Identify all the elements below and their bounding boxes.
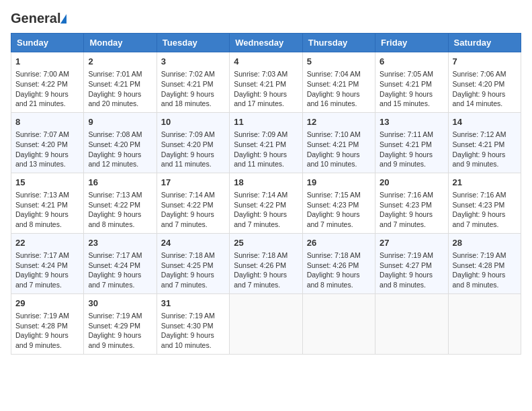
sunrise-label: Sunrise: 7:06 AM: [453, 70, 506, 78]
calendar-table: SundayMondayTuesdayWednesdayThursdayFrid…: [11, 33, 521, 355]
day-number: 6: [380, 56, 443, 68]
calendar-cell: 9 Sunrise: 7:08 AM Sunset: 4:20 PM Dayli…: [84, 112, 157, 173]
calendar-header-row: SundayMondayTuesdayWednesdayThursdayFrid…: [11, 34, 521, 52]
sunrise-label: Sunrise: 7:01 AM: [88, 70, 142, 78]
sunrise-label: Sunrise: 7:13 AM: [88, 191, 142, 199]
sunrise-label: Sunrise: 7:19 AM: [380, 251, 433, 259]
daylight-label: Daylight: 9 hours and 17 minutes.: [234, 90, 287, 108]
calendar-cell: [375, 293, 448, 354]
day-number: 27: [380, 237, 443, 249]
day-number: 12: [307, 116, 371, 128]
day-header-wednesday: Wednesday: [230, 34, 302, 52]
day-number: 21: [453, 177, 517, 189]
sunrise-label: Sunrise: 7:00 AM: [15, 70, 69, 78]
sunset-label: Sunset: 4:21 PM: [453, 140, 505, 148]
logo-general-text: General: [11, 11, 60, 26]
page-header: General: [11, 11, 521, 26]
calendar-cell: 15 Sunrise: 7:13 AM Sunset: 4:21 PM Dayl…: [11, 173, 84, 233]
daylight-label: Daylight: 9 hours and 7 minutes.: [15, 271, 69, 289]
sunset-label: Sunset: 4:28 PM: [15, 322, 68, 330]
daylight-label: Daylight: 9 hours and 9 minutes.: [15, 331, 69, 349]
calendar-cell: 20 Sunrise: 7:16 AM Sunset: 4:23 PM Dayl…: [375, 173, 448, 233]
day-number: 19: [307, 177, 371, 189]
logo-triangle-icon: [60, 14, 66, 24]
sunrise-label: Sunrise: 7:03 AM: [234, 70, 287, 78]
day-header-saturday: Saturday: [448, 34, 521, 52]
day-number: 3: [161, 56, 225, 68]
calendar-cell: 27 Sunrise: 7:19 AM Sunset: 4:27 PM Dayl…: [375, 233, 448, 293]
daylight-label: Daylight: 9 hours and 7 minutes.: [234, 271, 287, 289]
daylight-label: Daylight: 9 hours and 10 minutes.: [307, 150, 360, 169]
sunrise-label: Sunrise: 7:13 AM: [15, 191, 69, 199]
daylight-label: Daylight: 9 hours and 10 minutes.: [161, 331, 214, 349]
day-number: 1: [15, 56, 79, 68]
sunset-label: Sunset: 4:25 PM: [161, 261, 214, 269]
day-number: 28: [453, 237, 517, 249]
daylight-label: Daylight: 9 hours and 11 minutes.: [234, 150, 287, 169]
day-number: 29: [15, 298, 79, 310]
calendar-cell: 2 Sunrise: 7:01 AM Sunset: 4:21 PM Dayli…: [84, 52, 157, 113]
sunrise-label: Sunrise: 7:10 AM: [307, 130, 361, 138]
sunset-label: Sunset: 4:22 PM: [234, 201, 286, 209]
sunset-label: Sunset: 4:30 PM: [161, 322, 214, 330]
sunset-label: Sunset: 4:21 PM: [15, 201, 68, 209]
sunset-label: Sunset: 4:21 PM: [88, 80, 140, 88]
day-number: 10: [161, 116, 225, 128]
sunrise-label: Sunrise: 7:19 AM: [453, 251, 506, 259]
sunrise-label: Sunrise: 7:04 AM: [307, 70, 361, 78]
calendar-cell: 7 Sunrise: 7:06 AM Sunset: 4:20 PM Dayli…: [448, 52, 521, 113]
day-number: 9: [88, 116, 152, 128]
daylight-label: Daylight: 9 hours and 7 minutes.: [161, 210, 214, 228]
sunset-label: Sunset: 4:22 PM: [88, 201, 140, 209]
daylight-label: Daylight: 9 hours and 7 minutes.: [234, 210, 287, 228]
calendar-cell: 1 Sunrise: 7:00 AM Sunset: 4:22 PM Dayli…: [11, 52, 84, 113]
day-number: 23: [88, 237, 152, 249]
calendar-cell: 31 Sunrise: 7:19 AM Sunset: 4:30 PM Dayl…: [157, 293, 229, 354]
calendar-cell: 8 Sunrise: 7:07 AM Sunset: 4:20 PM Dayli…: [11, 112, 84, 173]
day-header-monday: Monday: [84, 34, 157, 52]
daylight-label: Daylight: 9 hours and 7 minutes.: [307, 210, 360, 228]
day-number: 8: [15, 116, 79, 128]
sunrise-label: Sunrise: 7:02 AM: [161, 70, 215, 78]
sunset-label: Sunset: 4:23 PM: [307, 201, 359, 209]
sunset-label: Sunset: 4:20 PM: [453, 80, 505, 88]
daylight-label: Daylight: 9 hours and 14 minutes.: [453, 90, 506, 108]
sunrise-label: Sunrise: 7:18 AM: [161, 251, 215, 259]
sunrise-label: Sunrise: 7:09 AM: [161, 130, 215, 138]
day-number: 13: [380, 116, 443, 128]
daylight-label: Daylight: 9 hours and 16 minutes.: [307, 90, 360, 108]
sunrise-label: Sunrise: 7:05 AM: [380, 70, 433, 78]
calendar-cell: 23 Sunrise: 7:17 AM Sunset: 4:24 PM Dayl…: [84, 233, 157, 293]
calendar-cell: 25 Sunrise: 7:18 AM Sunset: 4:26 PM Dayl…: [230, 233, 302, 293]
calendar-cell: 6 Sunrise: 7:05 AM Sunset: 4:21 PM Dayli…: [375, 52, 448, 113]
day-header-sunday: Sunday: [11, 34, 84, 52]
sunrise-label: Sunrise: 7:18 AM: [307, 251, 361, 259]
calendar-cell: [448, 293, 521, 354]
daylight-label: Daylight: 9 hours and 12 minutes.: [88, 150, 141, 169]
sunrise-label: Sunrise: 7:11 AM: [380, 130, 433, 138]
calendar-cell: 5 Sunrise: 7:04 AM Sunset: 4:21 PM Dayli…: [302, 52, 375, 113]
sunset-label: Sunset: 4:23 PM: [453, 201, 505, 209]
calendar-cell: 24 Sunrise: 7:18 AM Sunset: 4:25 PM Dayl…: [157, 233, 229, 293]
day-number: 17: [161, 177, 225, 189]
day-header-tuesday: Tuesday: [157, 34, 229, 52]
calendar-cell: 28 Sunrise: 7:19 AM Sunset: 4:28 PM Dayl…: [448, 233, 521, 293]
calendar-cell: 11 Sunrise: 7:09 AM Sunset: 4:21 PM Dayl…: [230, 112, 302, 173]
sunset-label: Sunset: 4:24 PM: [15, 261, 68, 269]
day-number: 14: [453, 116, 517, 128]
sunrise-label: Sunrise: 7:18 AM: [234, 251, 287, 259]
calendar-cell: 13 Sunrise: 7:11 AM Sunset: 4:21 PM Dayl…: [375, 112, 448, 173]
sunset-label: Sunset: 4:21 PM: [380, 140, 432, 148]
sunrise-label: Sunrise: 7:16 AM: [380, 191, 433, 199]
calendar-cell: [230, 293, 302, 354]
calendar-cell: 3 Sunrise: 7:02 AM Sunset: 4:21 PM Dayli…: [157, 52, 229, 113]
sunrise-label: Sunrise: 7:14 AM: [161, 191, 215, 199]
day-number: 31: [161, 298, 225, 310]
daylight-label: Daylight: 9 hours and 15 minutes.: [380, 90, 433, 108]
day-number: 5: [307, 56, 371, 68]
daylight-label: Daylight: 9 hours and 7 minutes.: [161, 271, 214, 289]
sunset-label: Sunset: 4:26 PM: [307, 261, 359, 269]
calendar-week-3: 15 Sunrise: 7:13 AM Sunset: 4:21 PM Dayl…: [11, 173, 521, 233]
daylight-label: Daylight: 9 hours and 8 minutes.: [15, 210, 69, 228]
calendar-cell: 4 Sunrise: 7:03 AM Sunset: 4:21 PM Dayli…: [230, 52, 302, 113]
